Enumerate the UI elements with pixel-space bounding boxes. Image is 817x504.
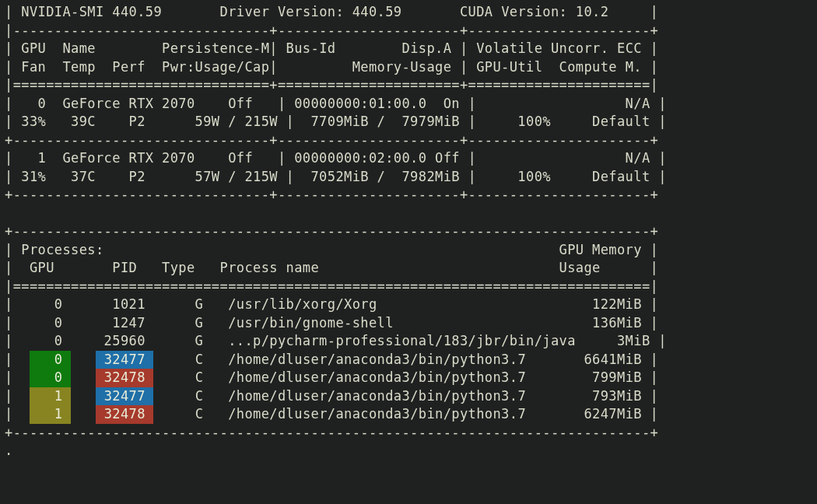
process-row: | 0 25960 G ...p/pycharm-professional/18…	[5, 333, 667, 348]
process-row: | 1 32478 C /home/dluser/anaconda3/bin/p…	[5, 406, 658, 422]
sep-line: |-------------------------------+-------…	[5, 23, 658, 38]
process-row: | 0 1021 G /usr/lib/xorg/Xorg 122MiB |	[5, 296, 658, 312]
sep-line: +---------------------------------------…	[5, 425, 658, 440]
gpu-col-header-1: | GPU Name Persistence-M| Bus-Id Disp.A …	[5, 40, 658, 56]
process-row: | 0 32477 C /home/dluser/anaconda3/bin/p…	[5, 352, 658, 367]
sep-line: +---------------------------------------…	[5, 223, 658, 239]
blank-line	[5, 205, 658, 221]
process-row: | 1 32477 C /home/dluser/anaconda3/bin/p…	[5, 388, 658, 404]
nvidia-smi-output: | NVIDIA-SMI 440.59 Driver Version: 440.…	[0, 0, 817, 464]
gpu-row: | 0 GeForce RTX 2070 Off | 00000000:01:0…	[5, 96, 667, 111]
proc-header: | GPU PID Type Process name Usage |	[5, 260, 658, 275]
gpu-row: | 31% 37C P2 57W / 215W | 7052MiB / 7982…	[5, 169, 667, 184]
gpu-row: | 33% 39C P2 59W / 215W | 7709MiB / 7979…	[5, 114, 667, 129]
process-row: | 0 32478 C /home/dluser/anaconda3/bin/p…	[5, 369, 658, 385]
gpu-row: | 1 GeForce RTX 2070 Off | 00000000:02:0…	[5, 150, 667, 166]
sep-line: +-------------------------------+-------…	[5, 187, 658, 202]
process-row: | 0 1247 G /usr/bin/gnome-shell 136MiB |	[5, 315, 658, 331]
sep-line: |===============================+=======…	[5, 77, 658, 93]
proc-header: | Processes: GPU Memory |	[5, 242, 658, 257]
header-line: | NVIDIA-SMI 440.59 Driver Version: 440.…	[5, 4, 658, 19]
gpu-col-header-2: | Fan Temp Perf Pwr:Usage/Cap| Memory-Us…	[5, 59, 658, 75]
cursor-line: .	[5, 443, 13, 458]
sep-line: +-------------------------------+-------…	[5, 132, 658, 148]
sep-line: |=======================================…	[5, 278, 658, 294]
